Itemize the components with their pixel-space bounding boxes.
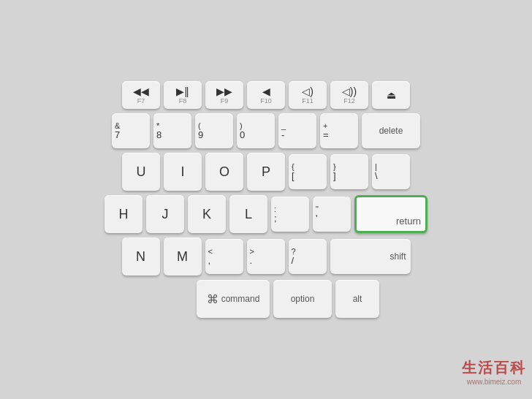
key-bracket-close-bottom: ] bbox=[333, 171, 336, 180]
space-row: ⌘ command option alt bbox=[153, 280, 379, 318]
shift-label: shift bbox=[390, 251, 406, 262]
key-9-bottom: 9 bbox=[198, 130, 203, 140]
fn-label-f7: F7 bbox=[137, 97, 145, 104]
key-7[interactable]: & 7 bbox=[112, 113, 150, 148]
fn-icon-f12: ◁)) bbox=[342, 86, 357, 97]
fn-label-f10: F10 bbox=[260, 97, 272, 104]
key-8-bottom: 8 bbox=[156, 130, 162, 140]
keyboard-container: ◀◀ F7 ▶‖ F8 ▶▶ F9 ◀ F10 ◁) F11 ◁)) F12 ⏏… bbox=[0, 0, 532, 399]
key-p[interactable]: P bbox=[247, 153, 285, 191]
alt-label: alt bbox=[353, 294, 362, 304]
key-period[interactable]: > . bbox=[247, 239, 285, 274]
fn-icon-f10: ◀ bbox=[262, 86, 270, 97]
watermark-text: 生活百科 bbox=[462, 358, 526, 378]
key-f11[interactable]: ◁) F11 bbox=[289, 81, 327, 109]
key-f8[interactable]: ▶‖ F8 bbox=[164, 81, 202, 109]
delete-label: delete bbox=[379, 126, 403, 136]
key-u[interactable]: U bbox=[122, 153, 160, 191]
key-f9[interactable]: ▶▶ F9 bbox=[205, 81, 243, 109]
key-comma[interactable]: < , bbox=[205, 239, 243, 274]
key-semicolon-bottom: ; bbox=[274, 213, 277, 223]
key-j[interactable]: J bbox=[146, 195, 184, 233]
return-label: return bbox=[396, 216, 421, 227]
fn-label-f11: F11 bbox=[302, 97, 314, 104]
key-h[interactable]: H bbox=[104, 195, 142, 233]
key-l[interactable]: L bbox=[229, 195, 267, 233]
key-option[interactable]: option bbox=[273, 280, 332, 318]
key-equals[interactable]: + = bbox=[320, 113, 358, 148]
key-p-label: P bbox=[262, 164, 270, 180]
key-h-label: H bbox=[119, 207, 129, 222]
key-period-bottom: . bbox=[250, 256, 253, 265]
key-equals-bottom: = bbox=[323, 130, 329, 140]
key-command[interactable]: ⌘ command bbox=[197, 280, 270, 318]
key-k[interactable]: K bbox=[188, 195, 226, 233]
key-semicolon[interactable]: : ; bbox=[271, 197, 309, 232]
key-n-label: N bbox=[136, 249, 145, 265]
fn-icon-f7: ◀◀ bbox=[133, 86, 149, 97]
key-slash[interactable]: ? / bbox=[289, 239, 327, 274]
fn-icon-eject: ⏏ bbox=[387, 89, 396, 101]
key-minus-bottom: - bbox=[281, 130, 284, 140]
key-delete[interactable]: delete bbox=[362, 113, 420, 148]
fn-label-f8: F8 bbox=[179, 97, 187, 104]
key-comma-bottom: , bbox=[208, 256, 211, 265]
cmd-icon: ⌘ bbox=[207, 292, 218, 306]
key-0-bottom: 0 bbox=[240, 130, 245, 140]
key-quote-bottom: ' bbox=[316, 213, 317, 223]
key-l-label: L bbox=[245, 207, 252, 222]
key-minus[interactable]: _ - bbox=[278, 113, 316, 148]
key-f12[interactable]: ◁)) F12 bbox=[330, 81, 368, 109]
key-i[interactable]: I bbox=[164, 153, 202, 191]
key-bracket-open-bottom: [ bbox=[292, 171, 294, 180]
key-shift[interactable]: shift bbox=[330, 239, 411, 274]
key-slash-bottom: / bbox=[292, 256, 294, 265]
fn-label-f9: F9 bbox=[221, 97, 229, 104]
key-quote[interactable]: " ' bbox=[313, 197, 351, 232]
key-alt[interactable]: alt bbox=[335, 280, 379, 318]
fn-icon-f8: ▶‖ bbox=[176, 86, 189, 97]
fn-icon-f11: ◁) bbox=[302, 86, 314, 97]
key-bracket-close[interactable]: } ] bbox=[330, 154, 368, 189]
fn-icon-f9: ▶▶ bbox=[216, 86, 232, 97]
key-i-label: I bbox=[180, 164, 184, 180]
fn-label-f12: F12 bbox=[343, 97, 355, 104]
key-bracket-open[interactable]: { [ bbox=[289, 154, 327, 189]
key-m-label: M bbox=[177, 249, 188, 265]
key-u-label: U bbox=[137, 164, 146, 180]
fn-row: ◀◀ F7 ▶‖ F8 ▶▶ F9 ◀ F10 ◁) F11 ◁)) F12 ⏏ bbox=[122, 81, 410, 109]
key-m[interactable]: M bbox=[164, 238, 202, 276]
key-k-label: K bbox=[202, 207, 211, 222]
watermark-block: 生活百科 www.bimeiz.com bbox=[462, 358, 526, 386]
key-7-bottom: 7 bbox=[115, 130, 120, 140]
key-n[interactable]: N bbox=[122, 238, 160, 276]
key-o[interactable]: O bbox=[205, 153, 243, 191]
nm-row: N M < , > . ? / shift bbox=[122, 238, 411, 276]
key-f7[interactable]: ◀◀ F7 bbox=[122, 81, 160, 109]
key-backslash[interactable]: | \ bbox=[372, 154, 410, 189]
key-9[interactable]: ( 9 bbox=[195, 113, 233, 148]
key-0[interactable]: ) 0 bbox=[237, 113, 275, 148]
cmd-label: command bbox=[221, 294, 260, 304]
watermark-url: www.bimeiz.com bbox=[467, 378, 521, 386]
key-f10[interactable]: ◀ F10 bbox=[247, 81, 285, 109]
option-label: option bbox=[291, 294, 315, 304]
uiop-row: U I O P { [ } ] | \ bbox=[122, 153, 410, 191]
key-return[interactable]: return bbox=[354, 195, 428, 233]
key-j-label: J bbox=[162, 207, 169, 222]
key-8[interactable]: * 8 bbox=[153, 113, 191, 148]
key-o-label: O bbox=[219, 164, 229, 180]
hjkl-row: H J K L : ; " ' return bbox=[104, 195, 428, 233]
key-eject[interactable]: ⏏ bbox=[372, 81, 410, 109]
num-row: & 7 * 8 ( 9 ) 0 _ - + = delete bbox=[112, 113, 420, 148]
key-backslash-bottom: \ bbox=[375, 171, 378, 180]
